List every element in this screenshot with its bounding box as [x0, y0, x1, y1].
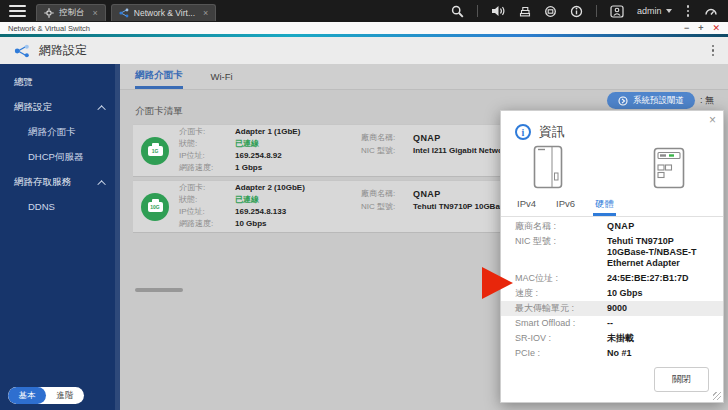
adapter-name: Adapter 1 (1GbE): [235, 127, 345, 138]
app-header: 網路設定: [0, 37, 728, 64]
status-badge: 已連線: [235, 195, 345, 206]
close-icon[interactable]: ×: [93, 8, 98, 18]
breadcrumb: Network & Virtual Switch: [8, 24, 90, 33]
adapter-fields-left: 介面卡: Adapter 1 (1GbE) 狀態: 已連線 IP位址: 169.…: [179, 127, 345, 174]
dialog-tab-ipv4[interactable]: IPv4: [515, 194, 538, 216]
adapter-name: Adapter 2 (10GbE): [235, 183, 345, 194]
dialog-close-icon[interactable]: ×: [709, 113, 716, 127]
system-default-gateway: 系統預設閘道 : 無: [607, 92, 714, 109]
field-label: Smart Offload :: [515, 318, 607, 329]
field-smart-offload: Smart Offload : --: [501, 316, 723, 331]
field-label: 狀態:: [179, 139, 235, 150]
status-badge: 已連線: [235, 139, 345, 150]
sidebar-item-network-interface[interactable]: 網路介面卡: [0, 120, 120, 145]
app-window-bar: Network & Virtual Switch − + ✕: [0, 22, 728, 34]
field-speed: 速度 : 10 Gbps: [501, 286, 723, 301]
network-settings-icon: [14, 44, 30, 58]
advanced-mode-button[interactable]: 進階: [46, 387, 84, 404]
dialog-close-button[interactable]: 關閉: [654, 367, 709, 392]
gateway-icon: [618, 96, 628, 106]
link-status-badge-10g-icon: 10G: [141, 193, 169, 221]
badge-label: 10G: [148, 202, 163, 212]
volume-icon[interactable]: [491, 5, 505, 17]
tab-wifi[interactable]: Wi-Fi: [211, 71, 233, 89]
page-title: 網路設定: [39, 42, 87, 59]
main-menu-icon[interactable]: [9, 5, 26, 18]
field-label: 網路速度:: [179, 163, 235, 174]
dialog-tab-ipv6[interactable]: IPv6: [554, 194, 577, 216]
field-label: 最大傳輸單元 :: [515, 303, 607, 314]
mac-address: 24:5E:BE:27:B1:7D: [607, 273, 709, 284]
content-tabs: 網路介面卡 Wi-Fi: [120, 64, 728, 90]
maximize-button[interactable]: +: [698, 23, 703, 33]
minimize-button[interactable]: −: [684, 23, 689, 33]
more-options-icon[interactable]: [685, 3, 692, 19]
tab-network-interface[interactable]: 網路介面卡: [135, 69, 183, 89]
field-sriov: SR-IOV : 未掛載: [501, 331, 723, 346]
sidebar-item-label: DHCP伺服器: [28, 151, 83, 164]
annotation-arrow: [482, 267, 513, 299]
search-icon[interactable]: [451, 5, 464, 18]
user-icon[interactable]: [610, 5, 624, 18]
sidebar-group-network-settings[interactable]: 網路設定: [0, 95, 120, 120]
system-default-gateway-button[interactable]: 系統預設閘道: [607, 92, 695, 109]
chevron-down-icon: [666, 9, 672, 13]
speed-value: 10 Gbps: [607, 288, 709, 299]
chevron-up-icon: [97, 105, 105, 113]
divider: [596, 5, 597, 17]
sidebar-item-label: 網路介面卡: [28, 126, 76, 139]
network-icon: [119, 8, 129, 18]
sidebar-item-label: DDNS: [28, 201, 55, 212]
pcie-value: No #1: [607, 348, 709, 359]
field-label: IP位址:: [179, 207, 235, 218]
basic-mode-button[interactable]: 基本: [8, 387, 46, 404]
gateway-value: : 無: [700, 94, 714, 107]
nas-rear-view-icon: [653, 147, 685, 189]
basic-advanced-toggle: 基本 進階: [8, 387, 84, 404]
field-label: 介面卡:: [179, 127, 235, 138]
ip-address: 169.254.8.133: [235, 207, 345, 218]
background-tasks-icon[interactable]: [518, 5, 531, 18]
gear-icon: [44, 8, 54, 18]
info-icon[interactable]: [570, 5, 583, 18]
dialog-resize-handle[interactable]: [713, 392, 721, 400]
desktop-tab-control-panel[interactable]: 控制台 ×: [36, 4, 106, 21]
field-label: 狀態:: [179, 195, 235, 206]
field-mtu: 最大傳輸單元 : 9000: [501, 301, 723, 316]
field-mac-address: MAC位址 : 24:5E:BE:27:B1:7D: [501, 271, 723, 286]
divider: [477, 5, 478, 17]
external-device-icon[interactable]: [544, 5, 557, 18]
dashboard-gauge-icon[interactable]: [704, 5, 718, 18]
window-close-button[interactable]: ✕: [712, 23, 720, 33]
adapter-fields-left: 介面卡: Adapter 2 (10GbE) 狀態: 已連線 IP位址: 169…: [179, 183, 345, 230]
sidebar-group-label: 網路設定: [14, 101, 52, 114]
admin-menu[interactable]: admin: [637, 6, 672, 16]
close-icon[interactable]: ×: [203, 8, 208, 18]
offload-value: --: [607, 318, 709, 329]
horizontal-scrollbar-thumb[interactable]: [135, 288, 183, 292]
sidebar-item-overview[interactable]: 總覽: [0, 64, 120, 95]
field-label: NIC 型號 :: [515, 236, 607, 247]
info-circle-icon: i: [515, 124, 531, 140]
dialog-tabs: IPv4 IPv6 硬體: [501, 194, 723, 217]
sidebar-group-network-access[interactable]: 網路存取服務: [0, 170, 120, 195]
sidebar-item-ddns[interactable]: DDNS: [0, 195, 120, 218]
dialog-tab-hardware[interactable]: 硬體: [593, 194, 616, 216]
field-label: SR-IOV :: [515, 333, 607, 344]
ip-address: 169.254.8.92: [235, 151, 345, 162]
mtu-value: 9000: [607, 303, 709, 314]
sidebar-item-dhcp-server[interactable]: DHCP伺服器: [0, 145, 120, 170]
tab-label: 控制台: [59, 7, 85, 19]
field-label: NIC 型號:: [361, 146, 413, 157]
dialog-header: i 資訊: [501, 111, 723, 143]
field-label: PCIe :: [515, 348, 607, 359]
chevron-up-icon: [97, 180, 105, 188]
field-label: 速度 :: [515, 288, 607, 299]
field-label: IP位址:: [179, 151, 235, 162]
link-status-badge-1g-icon: 1G: [141, 137, 169, 165]
gateway-button-label: 系統預設閘道: [633, 95, 684, 107]
badge-label: 1G: [148, 146, 163, 156]
page-more-options-icon[interactable]: [710, 43, 717, 59]
desktop-tab-network-virtual-switch[interactable]: Network & Virt... ×: [111, 4, 217, 21]
field-label: 廠商名稱 :: [515, 221, 607, 232]
